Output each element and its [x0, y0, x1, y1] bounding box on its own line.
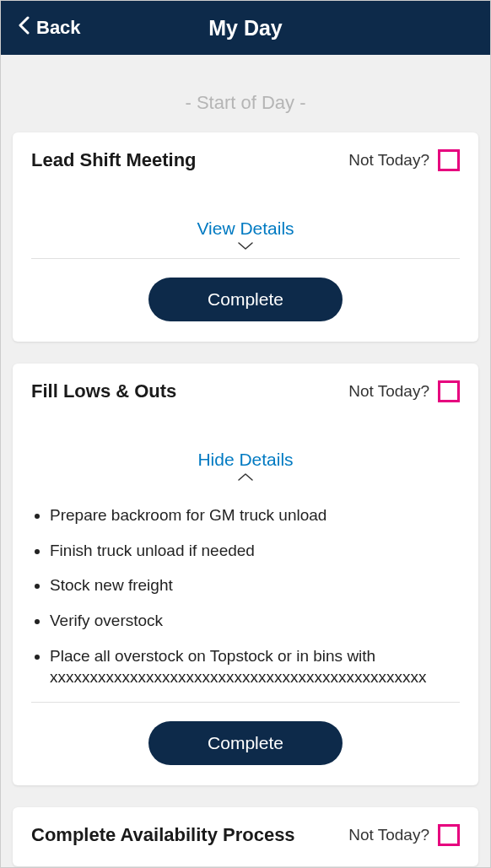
details-toggle[interactable]: Hide Details [31, 450, 460, 484]
details-toggle-label: View Details [31, 218, 460, 239]
card-title: Lead Shift Meeting [31, 149, 197, 171]
app-header: Back My Day [1, 1, 490, 55]
card-divider [31, 258, 460, 259]
chevron-up-icon [31, 471, 460, 484]
chevron-left-icon [18, 16, 30, 40]
content-area: - Start of Day - Lead Shift Meeting Not … [1, 55, 490, 866]
details-toggle-label: Hide Details [31, 450, 460, 470]
list-item: Stock new freight [50, 574, 460, 596]
list-item: Prepare backroom for GM truck unload [50, 504, 460, 526]
complete-button[interactable]: Complete [148, 721, 343, 765]
task-card: Fill Lows & Outs Not Today? Hide Details… [13, 364, 478, 785]
card-header: Fill Lows & Outs Not Today? [31, 380, 460, 402]
not-today-toggle[interactable]: Not Today? [348, 149, 460, 171]
card-header: Lead Shift Meeting Not Today? [31, 149, 460, 171]
not-today-checkbox[interactable] [438, 824, 460, 846]
chevron-down-icon [31, 240, 460, 253]
list-item: Verify overstock [50, 610, 460, 632]
card-title: Complete Availability Process [31, 824, 295, 846]
not-today-checkbox[interactable] [438, 380, 460, 402]
not-today-checkbox[interactable] [438, 149, 460, 171]
card-header: Complete Availability Process Not Today? [31, 824, 460, 846]
list-item: Place all overstock on Topstock or in bi… [50, 645, 460, 688]
not-today-toggle[interactable]: Not Today? [348, 824, 460, 846]
card-divider [31, 702, 460, 703]
section-divider-label: - Start of Day - [13, 92, 478, 114]
not-today-label: Not Today? [348, 382, 429, 401]
details-toggle[interactable]: View Details [31, 218, 460, 253]
not-today-label: Not Today? [348, 826, 429, 844]
back-button[interactable]: Back [18, 16, 81, 40]
complete-button[interactable]: Complete [148, 278, 343, 321]
not-today-label: Not Today? [348, 151, 429, 170]
card-title: Fill Lows & Outs [31, 380, 176, 402]
back-label: Back [36, 17, 81, 39]
task-card: Complete Availability Process Not Today? [13, 807, 478, 866]
task-card: Lead Shift Meeting Not Today? View Detai… [13, 132, 478, 342]
list-item: Finish truck unload if needed [50, 540, 460, 562]
not-today-toggle[interactable]: Not Today? [348, 380, 460, 402]
page-title: My Day [208, 16, 283, 40]
details-list: Prepare backroom for GM truck unload Fin… [50, 504, 460, 688]
